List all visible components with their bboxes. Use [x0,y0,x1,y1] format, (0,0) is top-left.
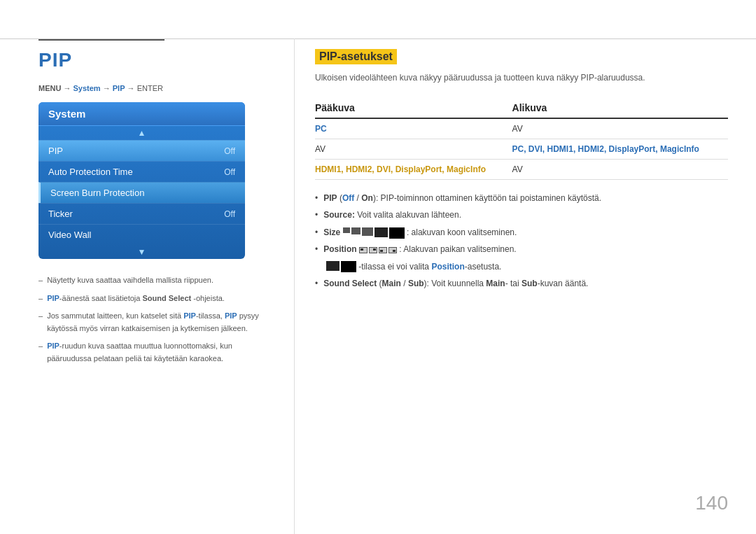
vertical-rule [294,38,295,534]
menu-item-pip-label: PIP [48,146,63,156]
bullet-list: • PIP (Off / On): PIP-toiminnon ottamine… [315,191,728,290]
table-cell-sub-1: AV [512,118,728,139]
bullet-position-note: -tilassa ei voi valita Position-asetusta… [315,260,728,274]
right-column: PIP-asetukset Ulkoisen videolähteen kuva… [315,49,728,293]
menu-item-pip[interactable]: PIP Off [38,140,245,161]
table-cell-sub-2: PC, DVI, HDMI1, HDMI2, DisplayPort, Magi… [512,139,728,160]
page-title: PIP [38,49,262,71]
menu-path: MENU → System → PIP → ENTER [38,84,262,92]
table-header-sub: Alikuva [512,98,728,118]
menu-item-ticker-value: Off [224,209,235,219]
bullet-sound-select: • Sound Select (Main / Sub): Voit kuunne… [315,276,728,290]
system-menu: System ▲ PIP Off Auto Protection Time Of… [38,102,245,259]
menu-item-video-wall-label: Video Wall [48,230,91,240]
menu-item-auto-protection[interactable]: Auto Protection Time Off [38,161,245,182]
table-cell-sub-3: AV [512,160,728,180]
note-2: – PIP-äänestä saat lisätietoja Sound Sel… [38,293,262,305]
system-menu-title: System [38,102,245,126]
menu-arrow-up: ▲ [38,126,245,140]
section-description: Ulkoisen videolähteen kuva näkyy pääruud… [315,71,728,84]
notes-section: – Näytetty kuva saattaa vaihdella mallis… [38,274,262,365]
menu-item-pip-value: Off [224,146,235,156]
size-icons [343,227,405,239]
bullet-pip: • PIP (Off / On): PIP-toiminnon ottamine… [315,191,728,205]
table-header-main: Pääkuva [315,98,512,118]
table-row: AV PC, DVI, HDMI1, HDMI2, DisplayPort, M… [315,139,728,160]
page-number: 140 [695,492,728,514]
menu-item-ticker[interactable]: Ticker Off [38,203,245,224]
system-label: System [74,84,101,92]
left-column: PIP MENU → System → PIP → ENTER System ▲… [38,49,262,371]
table-cell-main-2: AV [315,139,512,160]
section-title: PIP-asetukset [315,49,397,64]
menu-item-screen-burn[interactable]: Screen Burn Protection [38,182,245,203]
table-row: HDMI1, HDMI2, DVI, DisplayPort, MagicInf… [315,160,728,180]
bullet-source: • Source: Voit valita alakuvan lähteen. [315,208,728,222]
table-cell-main-1: PC [315,118,512,139]
top-rule [0,38,756,39]
position-icons [359,247,397,253]
bullet-size: • Size : alakuvan koon valitseminen. [315,225,728,239]
menu-item-video-wall[interactable]: Video Wall [38,224,245,245]
note-1: – Näytetty kuva saattaa vaihdella mallis… [38,274,262,287]
table-row: PC AV [315,118,728,139]
bullet-position: • Position : Alakuvan paikan valitsemine… [315,242,728,256]
menu-label: MENU [38,84,61,92]
pip-label: PIP [113,84,125,92]
menu-item-screen-burn-label: Screen Burn Protection [50,188,144,198]
pip-table: Pääkuva Alikuva PC AV AV PC, DVI, HDMI1,… [315,98,728,180]
size-icons-note [326,261,356,272]
table-cell-main-3: HDMI1, HDMI2, DVI, DisplayPort, MagicInf… [315,160,512,180]
menu-item-auto-protection-label: Auto Protection Time [48,167,133,177]
note-3: – Jos sammutat laitteen, kun katselet si… [38,310,262,335]
note-4: – PIP-ruudun kuva saattaa muuttua luonno… [38,340,262,365]
menu-arrow-down: ▼ [38,245,245,259]
menu-item-ticker-label: Ticker [48,209,73,219]
menu-item-auto-protection-value: Off [224,167,235,177]
